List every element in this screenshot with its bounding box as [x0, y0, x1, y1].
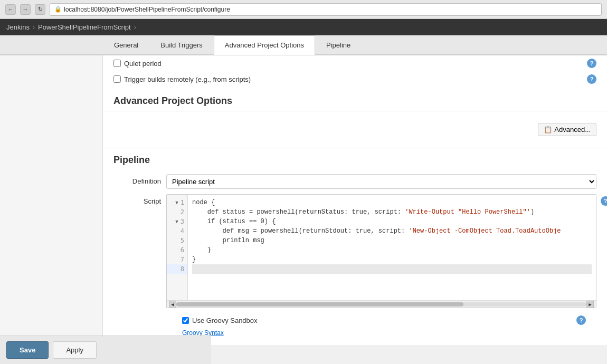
- tab-bar: General Build Triggers Advanced Project …: [0, 35, 607, 55]
- code-line-4: def msg = powershell(returnStdout: true,…: [192, 226, 592, 236]
- pipeline-section-header: Pipeline: [103, 148, 607, 170]
- tab-general[interactable]: General: [103, 35, 149, 54]
- line-num-4: 4: [167, 226, 187, 236]
- bottom-bar: Save Apply: [0, 336, 211, 345]
- code-line-2: def status = powershell(returnStatus: tr…: [192, 207, 592, 217]
- line-numbers: ▼1 2 ▼3 4 5 6 7 8: [167, 195, 188, 300]
- groovy-sandbox-label[interactable]: Use Groovy Sandbox: [182, 317, 258, 324]
- script-editor[interactable]: ▼1 2 ▼3 4 5 6 7 8: [167, 195, 596, 300]
- script-control: ▼1 2 ▼3 4 5 6 7 8: [166, 194, 596, 308]
- tab-pipeline[interactable]: Pipeline: [315, 35, 362, 54]
- trigger-builds-label[interactable]: Trigger builds remotely (e.g., from scri…: [113, 75, 251, 83]
- quiet-period-label[interactable]: Quiet period: [113, 60, 162, 68]
- advanced-btn-label: Advanced...: [554, 126, 591, 133]
- scroll-right-arrow[interactable]: ▶: [586, 301, 594, 308]
- script-help-wrapper: ?: [601, 196, 607, 206]
- lock-icon: 🔒: [54, 6, 62, 13]
- script-help-icon[interactable]: ?: [601, 196, 607, 206]
- definition-select[interactable]: Pipeline script Pipeline script from SCM: [166, 174, 596, 189]
- trigger-builds-row: Trigger builds remotely (e.g., from scri…: [103, 71, 607, 87]
- breadcrumb-sep-2: ›: [134, 24, 136, 31]
- trigger-builds-help[interactable]: ?: [587, 74, 596, 84]
- tab-build-triggers[interactable]: Build Triggers: [149, 35, 213, 54]
- definition-row: Definition Pipeline script Pipeline scri…: [113, 174, 596, 189]
- groovy-sandbox-help[interactable]: ?: [576, 315, 586, 325]
- breadcrumb-job[interactable]: PowerShellPipelineFromScript: [38, 23, 131, 31]
- definition-label: Definition: [113, 174, 161, 185]
- sidebar: [0, 55, 103, 345]
- script-editor-wrapper[interactable]: ▼1 2 ▼3 4 5 6 7 8: [166, 194, 596, 308]
- browser-chrome: ← → ↻ 🔒 localhost:8080/job/PowerShellPip…: [0, 0, 607, 19]
- arrow-3: ▼: [175, 219, 178, 224]
- breadcrumb-sep-1: ›: [33, 24, 35, 31]
- code-line-3: if (status == 0) {: [192, 217, 592, 226]
- advanced-btn-area: 📋 Advanced...: [103, 111, 607, 148]
- back-button[interactable]: ←: [5, 4, 16, 15]
- line-num-6: 6: [167, 245, 187, 255]
- form-area: Quiet period ? Trigger builds remotely (…: [103, 55, 607, 345]
- line-num-8: 8: [167, 264, 187, 274]
- url-text: localhost:8080/job/PowerShellPipelineFro…: [64, 6, 230, 13]
- script-row: Script ▼1 2 ▼3: [113, 194, 596, 308]
- reload-button[interactable]: ↻: [35, 4, 45, 15]
- quiet-period-checkbox[interactable]: [113, 60, 121, 67]
- scroll-thumb[interactable]: [176, 302, 463, 306]
- advanced-button[interactable]: 📋 Advanced...: [538, 123, 596, 136]
- line-num-5: 5: [167, 236, 187, 245]
- line-num-3: ▼3: [167, 217, 187, 226]
- quiet-period-row: Quiet period ?: [103, 55, 607, 71]
- content-area: Quiet period ? Trigger builds remotely (…: [0, 55, 607, 345]
- address-bar[interactable]: 🔒 localhost:8080/job/PowerShellPipelineF…: [50, 3, 602, 16]
- code-line-6: }: [192, 245, 592, 255]
- breadcrumb: Jenkins › PowerShellPipelineFromScript ›: [0, 19, 607, 35]
- back-icon: ←: [8, 6, 14, 13]
- trigger-builds-checkbox[interactable]: [113, 75, 121, 83]
- tab-advanced-project-options[interactable]: Advanced Project Options: [214, 35, 315, 55]
- scroll-bar-area[interactable]: ◀ ▶: [167, 300, 596, 308]
- line-num-7: 7: [167, 255, 187, 264]
- groovy-sandbox-row: Use Groovy Sandbox ?: [113, 311, 596, 329]
- line-num-1: ▼1: [167, 198, 187, 207]
- forward-icon: →: [23, 6, 29, 13]
- breadcrumb-jenkins[interactable]: Jenkins: [6, 23, 30, 31]
- code-line-1: node {: [192, 198, 592, 207]
- code-line-5: println msg: [192, 236, 592, 245]
- arrow-1: ▼: [175, 200, 178, 205]
- code-line-8: [192, 264, 592, 274]
- pipeline-section: Definition Pipeline script Pipeline scri…: [103, 170, 607, 345]
- apply-button[interactable]: Apply: [53, 341, 97, 345]
- definition-control: Pipeline script Pipeline script from SCM: [166, 174, 596, 189]
- reload-icon: ↻: [38, 6, 43, 13]
- code-line-7: }: [192, 255, 592, 264]
- advanced-btn-icon: 📋: [544, 126, 552, 133]
- quiet-period-help[interactable]: ?: [587, 59, 596, 68]
- forward-button[interactable]: →: [20, 4, 31, 15]
- quiet-period-text: Quiet period: [124, 60, 162, 68]
- code-area[interactable]: node { def status = powershell(returnSta…: [188, 195, 596, 300]
- groovy-sandbox-text: Use Groovy Sandbox: [192, 317, 258, 324]
- script-label: Script: [113, 194, 161, 205]
- save-button[interactable]: Save: [6, 341, 49, 345]
- advanced-project-options-header: Advanced Project Options: [103, 87, 607, 111]
- scroll-left-arrow[interactable]: ◀: [169, 301, 176, 308]
- scroll-track[interactable]: [176, 302, 586, 306]
- groovy-sandbox-checkbox[interactable]: [182, 317, 189, 324]
- trigger-builds-text: Trigger builds remotely (e.g., from scri…: [124, 75, 251, 83]
- line-num-2: 2: [167, 207, 187, 217]
